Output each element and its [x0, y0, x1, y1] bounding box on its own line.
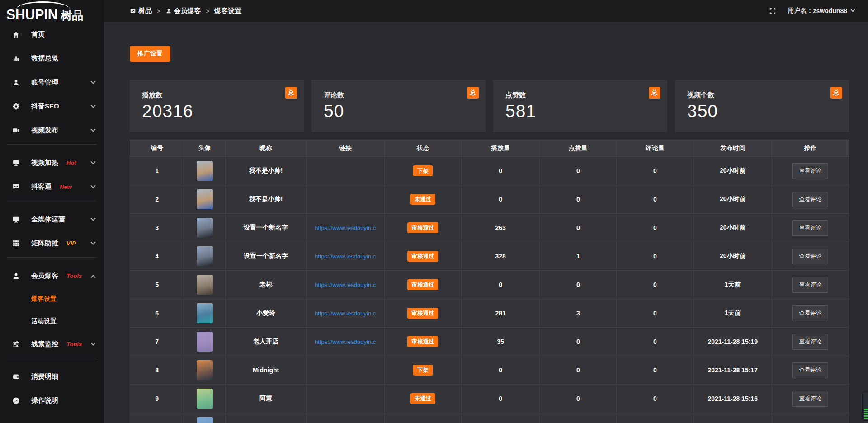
cell-avatar: [184, 214, 226, 242]
cell-plays: 0: [461, 185, 539, 214]
cell-comments: 0: [617, 356, 693, 385]
fullscreen-icon[interactable]: [769, 7, 776, 14]
chevron-down-icon: [90, 216, 95, 221]
chevron-down-icon: [90, 240, 95, 244]
view-comments-button[interactable]: 查看评论: [792, 277, 828, 293]
floating-widget[interactable]: [862, 392, 868, 421]
cell-likes: [540, 413, 617, 423]
breadcrumb-item[interactable]: 会员爆客: [165, 7, 201, 15]
avatar: [197, 417, 213, 423]
breadcrumb-item[interactable]: 爆客设置: [214, 7, 241, 15]
view-comments-button[interactable]: 查看评论: [792, 249, 828, 264]
sidebar-item[interactable]: 全媒体运营: [0, 207, 104, 231]
cell-plays: 0: [461, 385, 539, 413]
table-row: 5 老彬 https://www.iesdouyin.c 审核通过 0 0 0 …: [130, 271, 849, 299]
cell-comments: 0: [617, 214, 693, 242]
sidebar-item[interactable]: 视频加热 Hot: [0, 151, 104, 175]
cell-nickname: 设置一个新名字: [226, 214, 306, 242]
sidebar-item[interactable]: ? 操作说明: [0, 389, 104, 413]
view-comments-button[interactable]: 查看评论: [792, 163, 828, 179]
cell-avatar: [184, 242, 226, 271]
widget-bar: [864, 418, 868, 419]
sidebar-subitem[interactable]: 活动设置: [0, 310, 104, 332]
sidebar-item[interactable]: 消费明细: [0, 365, 104, 389]
cell-nickname: 阿慧: [226, 385, 306, 413]
cell-nickname: 设置一个新名字: [226, 242, 306, 271]
sidebar-item-badge: VIP: [66, 240, 76, 247]
sidebar-gap: [0, 146, 104, 151]
sidebar-divider: [7, 358, 97, 358]
table-row: 9 阿慧 未通过 0 0 0 2021-11-28 15:16 查看评论: [130, 385, 849, 413]
view-comments-button[interactable]: 查看评论: [792, 192, 828, 207]
user-menu[interactable]: 用户名： zswodun88: [788, 7, 854, 15]
cell-comments: 0: [617, 242, 693, 271]
status-badge: 审核通过: [407, 279, 438, 291]
table-row: 6 小爱玲 https://www.iesdouyin.c 审核通过 281 3…: [130, 299, 849, 328]
cell-action: [772, 413, 849, 423]
home-icon: [12, 31, 20, 38]
video-link[interactable]: https://www.iesdouyin.c: [315, 282, 376, 288]
sidebar-item[interactable]: 会员爆客 Tools: [0, 264, 104, 288]
breadcrumb-label: 爆客设置: [214, 7, 241, 15]
cell-avatar: [184, 185, 226, 214]
table-row: 7 老人开店 https://www.iesdouyin.c 审核通过 35 0…: [130, 328, 849, 356]
cell-link: https://www.iesdouyin.c: [306, 214, 384, 242]
sidebar-item[interactable]: 视频发布: [0, 118, 104, 142]
breadcrumb-separator: >: [206, 8, 210, 14]
cell-comments: 0: [617, 299, 693, 328]
sidebar-item[interactable]: 矩阵助推 VIP: [0, 231, 104, 255]
topbar: 树品>会员爆客>爆客设置 用户名： zswodun88: [104, 0, 868, 22]
sidebar-item[interactable]: 首页: [0, 23, 104, 47]
cell-plays: 0: [461, 157, 539, 185]
sidebar-item[interactable]: 抖客通 New: [0, 175, 104, 199]
total-badge: 总: [467, 87, 479, 99]
sidebar: SHUPIN 树品 首页 数据总览 账号管理 抖音SEO 视频发布 视频加热 H…: [0, 0, 104, 423]
column-header: 发布时间: [693, 140, 772, 157]
column-header: 头像: [184, 140, 226, 157]
gear-icon: [12, 103, 20, 110]
video-link[interactable]: https://www.iesdouyin.c: [315, 310, 376, 317]
video-link[interactable]: https://www.iesdouyin.c: [315, 338, 376, 345]
cell-likes: 0: [540, 328, 617, 356]
sidebar-item-badge: Hot: [66, 160, 76, 166]
view-comments-button[interactable]: 查看评论: [792, 306, 828, 321]
view-comments-button[interactable]: 查看评论: [792, 334, 828, 350]
sidebar-nav: 首页 数据总览 账号管理 抖音SEO 视频发布 视频加热 Hot 抖客通 New: [0, 23, 104, 413]
view-comments-button[interactable]: 查看评论: [792, 362, 828, 378]
cell-publish-time: 20小时前: [693, 157, 772, 185]
avatar: [197, 360, 213, 380]
cell-id: 1: [130, 157, 184, 185]
video-link[interactable]: https://www.iesdouyin.c: [315, 225, 376, 231]
sidebar-item[interactable]: 账号管理: [0, 70, 104, 94]
column-header: 操作: [772, 140, 849, 157]
breadcrumb-item[interactable]: 树品: [130, 7, 152, 15]
stat-label: 播放数: [142, 91, 304, 99]
cell-action: 查看评论: [772, 271, 849, 299]
cell-likes: 0: [540, 214, 617, 242]
video-link[interactable]: https://www.iesdouyin.c: [315, 253, 376, 260]
sidebar-subitem[interactable]: 爆客设置: [0, 288, 104, 310]
cell-comments: 0: [617, 157, 693, 185]
widget-bar: [864, 409, 868, 410]
view-comments-button[interactable]: 查看评论: [792, 391, 828, 407]
avatar: [197, 246, 213, 266]
cell-likes: 0: [540, 271, 617, 299]
column-header: 编号: [130, 140, 184, 157]
view-comments-button[interactable]: 查看评论: [792, 220, 828, 236]
column-header: 昵称: [226, 140, 306, 157]
avatar: [197, 303, 213, 323]
chat-icon: [12, 183, 20, 191]
cell-plays: 263: [461, 214, 539, 242]
sidebar-item[interactable]: 数据总览: [0, 47, 104, 70]
cell-nickname: 小爱玲: [226, 299, 306, 328]
chevron-down-icon: [90, 127, 95, 132]
video-publish-icon: [12, 127, 20, 134]
avatar: [197, 332, 213, 352]
cell-publish-time: 20小时前: [693, 185, 772, 214]
sidebar-item[interactable]: 线索监控 Tools: [0, 332, 104, 356]
chevron-down-icon: [90, 159, 95, 164]
promotion-settings-button[interactable]: 推广设置: [130, 46, 170, 62]
cell-likes: 3: [540, 299, 617, 328]
sidebar-item[interactable]: 抖音SEO: [0, 94, 104, 118]
cell-avatar: [184, 328, 226, 356]
